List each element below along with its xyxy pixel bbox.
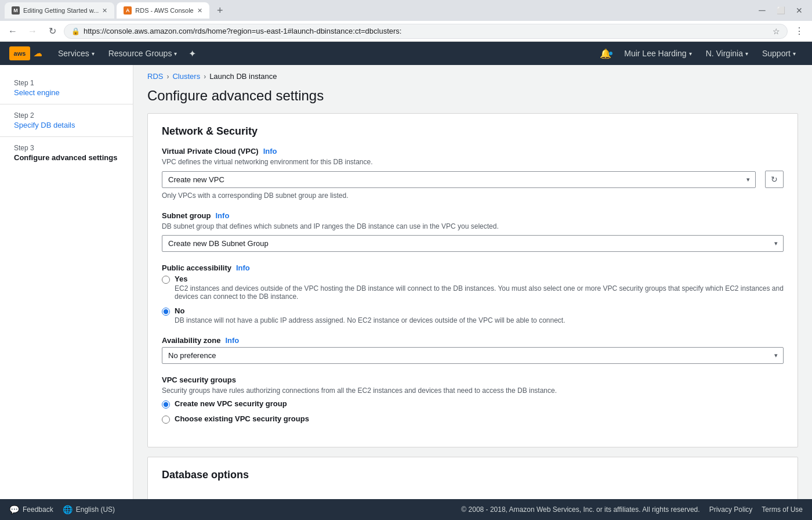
terms-link[interactable]: Terms of Use [762,505,803,514]
radio-option-yes: Yes EC2 instances and devices outside of… [162,275,784,301]
breadcrumb: RDS › Clusters › Launch DB instance [133,65,812,85]
services-nav[interactable]: Services ▾ [51,42,102,65]
breadcrumb-rds[interactable]: RDS [147,72,163,81]
public-accessibility-group: Public accessibility Info Yes EC2 instan… [162,263,784,324]
language-label: English (US) [76,505,115,514]
notification-dot [609,52,612,55]
aws-logo[interactable]: aws ☁ [9,46,42,60]
user-menu[interactable]: Muir Lee Harding ▾ [617,42,698,65]
radio-existing-sg-label: Choose existing VPC security groups [175,414,309,423]
vpc-select-wrapper: Create new VPC vpc-12345 (default) ▾ [162,171,756,188]
browser-tab-2[interactable]: A RDS - AWS Console ✕ [117,2,209,19]
settings-icon[interactable]: ⋮ [791,23,807,39]
browser-tab-1[interactable]: M Editing Getting Started w... ✕ [5,2,114,19]
public-accessibility-radios: Yes EC2 instances and devices outside of… [162,275,784,324]
privacy-policy-link[interactable]: Privacy Policy [709,505,753,514]
subnet-group: Subnet group Info DB subnet group that d… [162,211,784,252]
radio-no-content: No DB instance will not have a public IP… [175,306,566,324]
bookmarks-icon[interactable]: ✦ [184,48,201,59]
step1-number: Step 1 [14,79,119,87]
step1-label[interactable]: Select engine [14,88,119,97]
aws-logo-box: aws [9,46,30,60]
tab2-label: RDS - AWS Console [135,7,194,14]
az-select[interactable]: No preference us-east-1a us-east-1b us-e… [162,347,784,364]
public-accessibility-label-row: Public accessibility Info [162,263,784,272]
close-button[interactable]: ✕ [791,2,807,19]
network-security-card: Network & Security Virtual Private Cloud… [147,113,798,447]
subnet-select[interactable]: Create new DB Subnet Group default [162,235,784,252]
maximize-button[interactable]: ⬜ [773,2,789,19]
radio-existing-sg-input[interactable] [162,416,170,424]
az-label: Availability zone [162,336,220,345]
az-select-wrapper: No preference us-east-1a us-east-1b us-e… [162,347,784,364]
radio-create-sg-input[interactable] [162,400,170,409]
address-bar[interactable]: 🔒 https://console.aws.amazon.com/rds/hom… [64,24,788,39]
back-button[interactable]: ← [5,23,21,39]
browser-chrome: M Editing Getting Started w... ✕ A RDS -… [0,0,812,42]
subnet-info-link[interactable]: Info [216,211,230,220]
radio-yes-input[interactable] [162,276,170,284]
region-menu[interactable]: N. Virginia ▾ [699,42,755,65]
page-layout: Step 1 Select engine Step 2 Specify DB d… [0,65,812,520]
tab2-icon: A [124,6,132,15]
availability-zone-group: Availability zone Info No preference us-… [162,336,784,364]
lock-icon: 🔒 [71,27,80,35]
sidebar-step2: Step 2 Specify DB details [0,107,133,134]
vpc-security-groups-group: VPC security groups Security groups have… [162,375,784,424]
public-accessibility-label: Public accessibility [162,263,231,272]
step2-number: Step 2 [14,111,119,120]
breadcrumb-sep1: › [166,73,169,81]
vpc-group: Virtual Private Cloud (VPC) Info VPC def… [162,147,784,200]
minimize-button[interactable]: ─ [754,2,770,19]
resource-groups-nav[interactable]: Resource Groups ▾ [102,42,184,65]
vpc-desc: VPC defines the virtual networking envir… [162,158,784,166]
database-options-title: Database options [162,469,784,481]
radio-create-sg: Create new VPC security group [162,399,784,409]
subnet-label: Subnet group [162,211,211,220]
support-menu[interactable]: Support ▾ [755,42,803,65]
support-arrow: ▾ [793,50,796,57]
breadcrumb-clusters[interactable]: Clusters [172,72,200,81]
tab1-icon: M [12,6,20,15]
footer-feedback[interactable]: 💬 Feedback [9,505,53,514]
bookmark-icon[interactable]: ☆ [773,27,780,36]
footer-language[interactable]: 🌐 English (US) [63,505,115,514]
sidebar-step3: Step 3 Configure advanced settings [0,139,133,167]
forward-button[interactable]: → [24,23,41,39]
step2-label[interactable]: Specify DB details [14,121,119,129]
browser-controls: ← → ↻ 🔒 https://console.aws.amazon.com/r… [0,21,812,42]
vpc-sg-desc: Security groups have rules authorizing c… [162,387,784,395]
aws-logo-text: aws [14,50,26,57]
radio-option-no: No DB instance will not have a public IP… [162,306,784,324]
vpc-label-row: Virtual Private Cloud (VPC) Info [162,147,784,156]
main-content: RDS › Clusters › Launch DB instance Conf… [133,65,812,520]
subnet-desc: DB subnet group that defines which subne… [162,222,784,230]
vpc-sg-radios: Create new VPC security group Choose exi… [162,399,784,424]
copyright-text: © 2008 - 2018, Amazon Web Services, Inc.… [461,505,699,514]
rg-arrow: ▾ [174,50,177,57]
new-tab-button[interactable]: + [212,2,228,19]
network-security-title: Network & Security [162,125,784,138]
url-text: https://console.aws.amazon.com/rds/home?… [84,27,769,35]
tab2-close[interactable]: ✕ [197,7,202,15]
database-options-card: Database options [147,457,798,503]
radio-no-input[interactable] [162,308,170,316]
vpc-refresh-button[interactable]: ↻ [765,171,784,188]
feedback-label: Feedback [23,505,53,514]
vpc-note: Only VPCs with a corresponding DB subnet… [162,192,784,200]
az-info-link[interactable]: Info [225,336,239,345]
radio-yes-content: Yes EC2 instances and devices outside of… [175,275,784,301]
public-accessibility-info-link[interactable]: Info [236,263,250,272]
vpc-select-row: Create new VPC vpc-12345 (default) ▾ ↻ [162,171,784,188]
reload-button[interactable]: ↻ [44,23,60,39]
vpc-sg-label: VPC security groups [162,375,784,384]
region-arrow: ▾ [745,50,748,57]
vpc-info-link[interactable]: Info [263,147,277,156]
chat-icon: 💬 [9,505,19,514]
radio-no-desc: DB instance will not have a public IP ad… [175,316,566,324]
vpc-select[interactable]: Create new VPC vpc-12345 (default) [162,171,756,188]
tab1-close[interactable]: ✕ [102,7,107,15]
radio-existing-sg: Choose existing VPC security groups [162,414,784,424]
sidebar-divider2 [0,136,133,137]
notifications-bell[interactable]: 🔔 [594,48,617,59]
